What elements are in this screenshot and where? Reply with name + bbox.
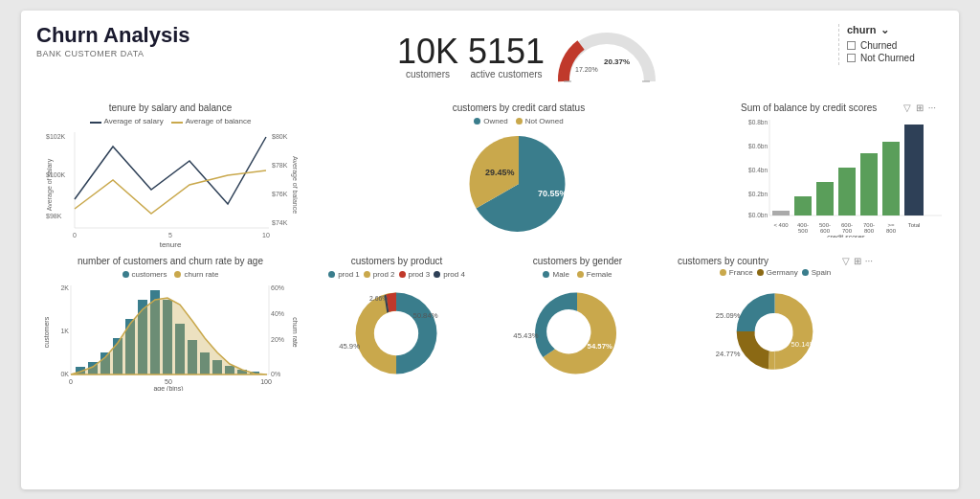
germany-legend: Germany xyxy=(757,268,798,277)
svg-text:$74K: $74K xyxy=(272,219,288,226)
svg-text:$76K: $76K xyxy=(272,191,288,197)
customers-legend: customers xyxy=(122,270,167,279)
legend-item-churned[interactable]: Churned xyxy=(847,40,944,51)
dashboard: Churn Analysis BANK CUSTOMER DATA 10K cu… xyxy=(21,11,959,489)
gender-donut-card: customers by gender Male Female 54.57% xyxy=(489,250,666,397)
legend-title: churn ⌄ xyxy=(847,24,944,36)
churned-checkbox[interactable] xyxy=(847,41,856,50)
balance-bar-area: $0.8bn $0.6bn $0.4bn $0.2bn $0.0bn xyxy=(741,115,936,238)
svg-rect-28 xyxy=(794,196,812,215)
svg-text:0: 0 xyxy=(73,232,77,238)
svg-text:2.66%: 2.66% xyxy=(369,295,388,302)
svg-text:24.77%: 24.77% xyxy=(716,349,741,357)
country-legend: France Germany Spain xyxy=(678,268,873,277)
svg-text:0K: 0K xyxy=(60,371,69,377)
svg-text:50: 50 xyxy=(165,378,172,385)
svg-text:100: 100 xyxy=(260,378,272,385)
svg-text:$0.0bn: $0.0bn xyxy=(748,212,768,218)
filter-icon[interactable]: ▽ xyxy=(903,102,911,113)
gauge-chart: 17.20% 20.37% 0% 100% xyxy=(554,24,659,91)
svg-rect-31 xyxy=(860,153,878,215)
filter-icons[interactable]: ▽ ⊞ ··· xyxy=(903,102,936,113)
svg-text:age (bins): age (bins) xyxy=(153,385,183,391)
title-section: Churn Analysis BANK CUSTOMER DATA xyxy=(36,24,228,58)
svg-text:$0.6bn: $0.6bn xyxy=(748,143,768,149)
line-chart-area: $102K $100K $98K $80K $78K $76K $74K 0 5… xyxy=(44,127,297,240)
svg-text:2K: 2K xyxy=(60,284,69,291)
svg-text:< 400: < 400 xyxy=(773,222,789,228)
gender-donut-area: 54.57% 45.43% xyxy=(497,281,658,386)
prod2-legend: prod 2 xyxy=(364,270,395,279)
gauge-section: 17.20% 20.37% 0% 100% xyxy=(554,24,669,91)
country-filter-icons[interactable]: ▽ ⊞ ··· xyxy=(842,256,873,266)
svg-text:$0.8bn: $0.8bn xyxy=(748,119,768,125)
svg-text:$0.4bn: $0.4bn xyxy=(748,167,768,173)
svg-text:40%: 40% xyxy=(271,310,284,317)
svg-text:customers: customers xyxy=(44,316,50,348)
svg-text:credit scores: credit scores xyxy=(827,234,865,238)
active-customers-kpi: 5151 active customers xyxy=(468,34,545,79)
svg-rect-29 xyxy=(816,182,834,215)
france-legend: France xyxy=(720,268,753,277)
male-legend: Male xyxy=(543,270,568,279)
svg-rect-33 xyxy=(904,125,924,215)
svg-text:54.57%: 54.57% xyxy=(588,342,612,351)
svg-text:1K: 1K xyxy=(60,328,69,334)
svg-text:$102K: $102K xyxy=(46,133,66,140)
svg-text:70.55%: 70.55% xyxy=(538,189,568,198)
total-customers-label: customers xyxy=(397,69,458,79)
svg-text:45.43%: 45.43% xyxy=(513,330,538,339)
line-chart-legend: Average of salary Average of balance xyxy=(44,117,297,125)
svg-text:$78K: $78K xyxy=(272,162,288,169)
churn-legend-section: churn ⌄ Churned Not Churned xyxy=(838,24,944,65)
svg-marker-72 xyxy=(71,298,267,374)
expand-icon[interactable]: ⊞ xyxy=(916,102,924,113)
expand-icon2[interactable]: ⊞ xyxy=(854,256,861,266)
total-customers-value: 10K xyxy=(397,34,458,69)
svg-text:50.84%: 50.84% xyxy=(412,310,437,319)
product-donut-title: customers by product xyxy=(316,256,478,266)
active-customers-label: active customers xyxy=(468,69,545,79)
filter-icon2[interactable]: ▽ xyxy=(842,256,850,266)
legend-title-text: churn xyxy=(847,24,877,35)
balance-bar-title: Sum of balance by credit scores xyxy=(741,102,877,113)
svg-text:10: 10 xyxy=(262,232,270,238)
kpi-section: 10K customers 5151 active customers 17.2… xyxy=(228,24,838,91)
svg-text:20%: 20% xyxy=(271,336,284,343)
total-customers-kpi: 10K customers xyxy=(397,34,458,79)
svg-rect-27 xyxy=(772,211,790,215)
gender-donut-title: customers by gender xyxy=(497,256,658,266)
svg-text:$80K: $80K xyxy=(272,133,288,140)
more-icon[interactable]: ··· xyxy=(928,102,936,113)
not-churned-checkbox[interactable] xyxy=(847,54,856,62)
svg-text:$0.2bn: $0.2bn xyxy=(748,191,768,197)
svg-text:800: 800 xyxy=(864,228,875,234)
svg-text:Total: Total xyxy=(908,222,921,228)
prod3-legend: prod 3 xyxy=(399,270,431,279)
line-chart-x-label: tenure xyxy=(44,240,297,249)
legend-item-not-churned[interactable]: Not Churned xyxy=(847,53,944,63)
not-churned-label: Not Churned xyxy=(860,53,915,63)
svg-text:29.45%: 29.45% xyxy=(485,168,515,177)
age-histogram-title: number of customers and churn rate by ag… xyxy=(44,256,297,266)
balance-bar-chart-card: Sum of balance by credit scores ▽ ⊞ ··· … xyxy=(733,97,944,246)
subtitle: BANK CUSTOMER DATA xyxy=(36,49,228,58)
svg-rect-32 xyxy=(882,142,900,215)
churned-label: Churned xyxy=(860,40,897,51)
prod4-legend: prod 4 xyxy=(434,270,465,279)
product-donut-area: 50.84% 45.9% 2.66% xyxy=(316,281,478,386)
credit-card-chart-card: customers by credit card status Owned No… xyxy=(308,97,729,246)
svg-text:25.09%: 25.09% xyxy=(716,310,741,319)
age-histogram-legend: customers churn rate xyxy=(44,270,297,279)
svg-text:0: 0 xyxy=(69,378,73,385)
balance-legend: Average of balance xyxy=(171,117,252,125)
line-chart-card: tenure by salary and balance Average of … xyxy=(36,97,304,246)
chevron-down-icon[interactable]: ⌄ xyxy=(880,24,889,36)
country-donut-title: customers by country xyxy=(678,256,768,266)
main-title: Churn Analysis xyxy=(36,24,228,47)
salary-legend: Average of salary xyxy=(90,117,164,125)
svg-text:churn rate: churn rate xyxy=(292,317,299,348)
credit-card-chart-title: customers by credit card status xyxy=(316,102,722,113)
more-icon2[interactable]: ··· xyxy=(865,256,873,266)
svg-rect-30 xyxy=(838,168,856,215)
